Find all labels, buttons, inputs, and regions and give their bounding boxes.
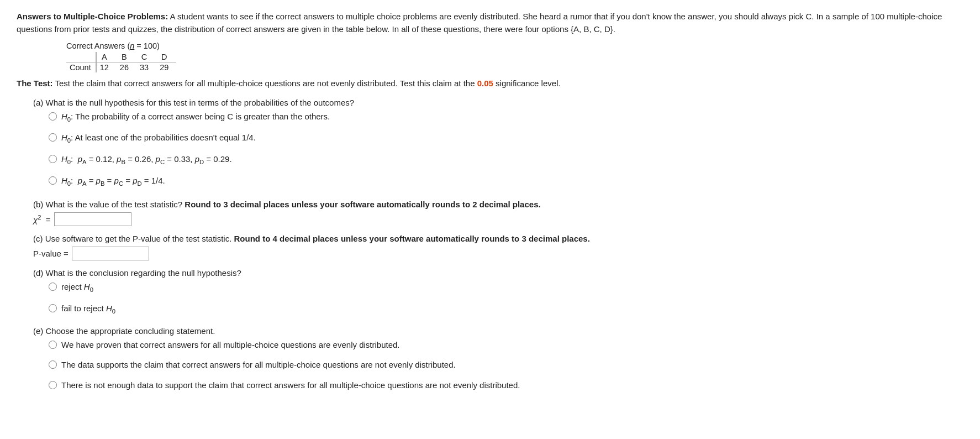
table-row-label: Count (66, 62, 96, 72)
part-e-label: (e) Choose the appropriate concluding st… (33, 326, 963, 336)
part-e-option-1: We have proven that correct answers for … (49, 339, 963, 352)
part-a-label-3[interactable]: H0: pA = 0.12, pB = 0.26, pC = 0.33, pD … (61, 153, 232, 167)
part-e-label-1[interactable]: We have proven that correct answers for … (61, 339, 400, 352)
part-c-input-row: P-value = (33, 247, 963, 260)
table-caption: Correct Answers (n = 100) (66, 41, 963, 50)
part-e-options: We have proven that correct answers for … (49, 339, 963, 392)
table-n: n = 100 (130, 41, 157, 50)
table-section: Correct Answers (n = 100) A B C D Count … (66, 41, 963, 72)
table-val-c: 33 (136, 62, 156, 72)
part-b-input-row: χ2 = (33, 212, 963, 226)
data-table: A B C D Count 12 26 33 29 (66, 52, 176, 72)
part-a-option-1: H0: The probability of a correct answer … (49, 111, 963, 124)
part-e-radio-2[interactable] (49, 360, 57, 369)
part-c-bold: Round to 4 decimal places unless your so… (234, 234, 590, 243)
table-header-b: B (117, 52, 136, 62)
part-b-bold: Round to 3 decimal places unless your so… (185, 200, 540, 209)
part-e-label-3[interactable]: There is not enough data to support the … (61, 379, 520, 392)
part-d-label-2[interactable]: fail to reject H0 (61, 302, 115, 316)
part-b-label: (b) What is the value of the test statis… (33, 200, 963, 209)
part-d-label-1[interactable]: reject H0 (61, 281, 93, 295)
part-e-option-3: There is not enough data to support the … (49, 379, 963, 392)
part-c: (c) Use software to get the P-value of t… (33, 234, 963, 260)
part-c-label: (c) Use software to get the P-value of t… (33, 234, 963, 243)
table-header-c: C (136, 52, 156, 62)
part-b: (b) What is the value of the test statis… (33, 200, 963, 226)
part-e-radio-3[interactable] (49, 381, 57, 389)
part-a-label-1[interactable]: H0: The probability of a correct answer … (61, 111, 330, 124)
part-e-label-2[interactable]: The data supports the claim that correct… (61, 359, 456, 372)
part-d-radio-2[interactable] (49, 304, 57, 312)
part-a-radio-3[interactable] (49, 155, 57, 163)
part-a-radio-1[interactable] (49, 112, 57, 121)
part-a-option-4: H0: pA = pB = pC = pD = 1/4. (49, 175, 963, 189)
table-header-a: A (96, 52, 117, 62)
significance-value: 0.05 (477, 79, 493, 88)
part-d-option-1: reject H0 (49, 281, 963, 295)
test-line: The Test: Test the claim that correct an… (17, 77, 963, 90)
test-text1: Test the claim that correct answers for … (53, 79, 477, 88)
part-a-options: H0: The probability of a correct answer … (49, 111, 963, 189)
pvalue-input[interactable] (72, 247, 149, 260)
part-a-radio-2[interactable] (49, 133, 57, 142)
part-e-option-2: The data supports the claim that correct… (49, 359, 963, 372)
part-e-radio-1[interactable] (49, 341, 57, 349)
part-d-options: reject H0 fail to reject H0 (49, 281, 963, 316)
part-a-label-4[interactable]: H0: pA = pB = pC = pD = 1/4. (61, 175, 165, 189)
part-a: (a) What is the null hypothesis for this… (33, 98, 963, 189)
part-d: (d) What is the conclusion regarding the… (33, 268, 963, 316)
intro-text: Answers to Multiple-Choice Problems: A s… (17, 10, 963, 36)
test-text2: significance level. (493, 79, 561, 88)
test-bold: The Test: (17, 79, 53, 88)
part-d-label: (d) What is the conclusion regarding the… (33, 268, 963, 278)
intro-bold: Answers to Multiple-Choice Problems: (17, 12, 168, 21)
table-val-a: 12 (96, 62, 117, 72)
table-val-d: 29 (156, 62, 176, 72)
part-a-option-3: H0: pA = 0.12, pB = 0.26, pC = 0.33, pD … (49, 153, 963, 167)
table-header-d: D (156, 52, 176, 62)
table-row-label-empty (66, 52, 96, 62)
part-d-radio-1[interactable] (49, 283, 57, 291)
part-a-radio-4[interactable] (49, 176, 57, 185)
table-val-b: 26 (117, 62, 136, 72)
part-e: (e) Choose the appropriate concluding st… (33, 326, 963, 392)
pvalue-label: P-value = (33, 249, 69, 258)
part-a-label-2[interactable]: H0: At least one of the probabilities do… (61, 132, 256, 145)
chi-square-input[interactable] (54, 212, 131, 226)
chi-square-label: χ2 = (33, 214, 51, 224)
part-a-label: (a) What is the null hypothesis for this… (33, 98, 963, 107)
part-a-option-2: H0: At least one of the probabilities do… (49, 132, 963, 145)
part-d-option-2: fail to reject H0 (49, 302, 963, 316)
